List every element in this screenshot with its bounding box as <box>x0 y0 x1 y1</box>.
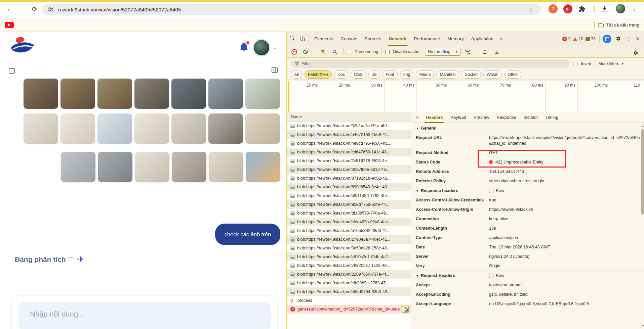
message-input[interactable]: Nhập nội dung... <box>18 302 271 329</box>
clear-network-log-icon[interactable] <box>300 47 311 56</box>
section-header-response-headers[interactable]: ▼Response headersRaw <box>411 186 644 195</box>
request-row[interactable]: blob:https://rework.9stack.vn/7c516276-6… <box>287 156 411 165</box>
network-conditions-icon[interactable] <box>462 47 473 56</box>
photo-thumbnail[interactable] <box>61 152 95 182</box>
photo-thumbnail[interactable] <box>98 152 132 182</box>
request-row[interactable]: blob:https://rework.9stack.vn/02b1ac3c-f… <box>287 122 411 130</box>
details-tab-payload[interactable]: Payload <box>447 112 470 123</box>
reload-icon[interactable]: ⟳ <box>30 5 39 13</box>
scroll-up-icon[interactable]: ▲ <box>641 124 644 128</box>
browser-profile-avatar[interactable] <box>616 4 625 13</box>
tab-sources[interactable]: Sources <box>361 32 385 46</box>
request-row[interactable]: blob:https://rework.9stack.vn/cd647659-1… <box>287 148 411 156</box>
name-column-header[interactable]: Name <box>287 112 411 122</box>
more-filters-button[interactable]: More filters ▼ <box>598 61 624 66</box>
raw-checkbox[interactable] <box>489 274 493 278</box>
chevron-down-icon[interactable]: ⌄ <box>273 44 277 51</box>
tab-memory[interactable]: Memory <box>444 32 468 46</box>
tab-network[interactable]: Network <box>385 32 410 46</box>
request-row[interactable]: blob:https://rework.9stack.vn/e55d0764-3… <box>287 287 411 296</box>
request-row-error[interactable]: ✕generate?conversation_id=52072a8405&cha… <box>287 305 411 314</box>
ai-assistance-icon[interactable] <box>603 35 611 43</box>
browser-menu-icon[interactable]: ⋮ <box>631 4 637 12</box>
photo-thumbnail[interactable] <box>134 79 169 109</box>
invert-checkbox[interactable] <box>573 62 577 66</box>
filter-chip-js[interactable]: JS <box>368 70 380 79</box>
request-row[interactable]: blob:https://rework.9stack.vn/2790e3a7-4… <box>287 235 411 244</box>
photo-thumbnail[interactable] <box>245 113 280 144</box>
filter-toggle-icon[interactable] <box>318 47 328 56</box>
filter-chip-socket[interactable]: Socket <box>461 70 481 79</box>
request-row[interactable]: {}process <box>287 296 411 305</box>
device-toolbar-icon[interactable] <box>297 34 308 44</box>
address-bar[interactable]: rework.9stack.vn/vi/ai/vision/52072a8405… <box>42 4 541 15</box>
request-row[interactable]: blob:https://rework.9stack.vn/c510c2e1-f… <box>287 252 411 261</box>
details-tab-preview[interactable]: Preview <box>470 112 493 123</box>
photo-thumbnail[interactable] <box>208 113 243 144</box>
request-row[interactable]: blob:https://rework.9stack.vn/df188579-7… <box>287 209 411 218</box>
scrollbar-thumb[interactable] <box>641 129 644 215</box>
site-settings-icon[interactable] <box>48 7 53 12</box>
record-network-log-icon[interactable] <box>291 49 297 55</box>
extension-icon-orange[interactable]: T <box>549 4 558 13</box>
request-row[interactable]: blob:https://rework.9stack.vn/690c8540-3… <box>287 183 411 191</box>
details-tab-headers[interactable]: Headers <box>422 112 447 123</box>
photo-thumbnail[interactable] <box>61 79 95 109</box>
panel-collapse-icon[interactable] <box>271 66 278 74</box>
youtube-bookmark-icon[interactable] <box>5 22 14 28</box>
photo-thumbnail[interactable] <box>171 113 206 144</box>
request-row[interactable]: blob:https://rework.9stack.vn/a4672163-1… <box>287 130 411 139</box>
network-settings-gear-icon[interactable] <box>631 48 641 58</box>
downloads-icon[interactable] <box>600 5 608 13</box>
photo-thumbnail[interactable] <box>97 79 132 109</box>
extension-icon-grammar[interactable]: g. <box>563 4 572 13</box>
filter-chip-font[interactable]: Font <box>383 70 398 79</box>
inspect-element-icon[interactable] <box>287 34 297 44</box>
section-header-general[interactable]: ▼General <box>411 124 644 133</box>
user-avatar[interactable] <box>253 39 270 56</box>
bookmark-star-icon[interactable]: ☆ <box>528 6 534 14</box>
details-scrollbar[interactable]: ▲ ▼ <box>641 123 644 329</box>
request-row[interactable]: blob:https://rework.9stack.vn/87192b1b-e… <box>287 174 411 183</box>
scroll-down-icon[interactable]: ▼ <box>641 324 644 328</box>
filter-chip-css[interactable]: CSS <box>351 70 366 79</box>
throttling-dropdown[interactable]: No throttling ▼ <box>425 48 460 56</box>
disable-cache-checkbox[interactable] <box>385 50 390 54</box>
photo-thumbnail[interactable] <box>61 113 95 144</box>
tab-application[interactable]: Application <box>468 32 497 46</box>
warning-badge[interactable]: 10 <box>573 37 583 41</box>
issues-badge[interactable]: 33 <box>586 37 596 41</box>
preserve-log-label[interactable]: Preserve log <box>355 49 378 54</box>
filter-chip-other[interactable]: Other <box>504 70 521 79</box>
back-icon[interactable]: ← <box>5 5 14 13</box>
photo-thumbnail[interactable] <box>245 79 280 109</box>
request-row[interactable]: blob:https://rework.9stack.vn/78820c37-1… <box>287 261 411 270</box>
raw-toggle[interactable]: Raw <box>489 188 640 193</box>
export-har-icon[interactable] <box>492 47 502 56</box>
photo-thumbnail[interactable] <box>97 113 132 144</box>
request-row[interactable]: blob:https://rework.9stack.vn/4e9cd795-e… <box>287 139 411 148</box>
copy-icon[interactable] <box>402 306 409 313</box>
section-header-request-headers[interactable]: ▼Request HeadersRaw <box>411 271 644 280</box>
photo-thumbnail[interactable] <box>24 113 58 144</box>
details-tab-timing[interactable]: Timing <box>542 112 562 123</box>
search-icon[interactable] <box>330 47 340 56</box>
filter-input[interactable]: Filter <box>291 60 570 68</box>
tab-elements[interactable]: Elements <box>311 32 337 46</box>
filter-chip-doc[interactable]: Doc <box>334 70 348 79</box>
photo-thumbnail[interactable] <box>208 79 243 109</box>
request-row[interactable]: blob:https://rework.9stack.vn/cfb3389e-2… <box>287 279 411 287</box>
tab-performance[interactable]: Performance <box>410 32 444 46</box>
photo-thumbnail[interactable] <box>246 152 280 182</box>
tab-console[interactable]: Console <box>337 32 361 46</box>
request-row[interactable]: blob:https://rework.9stack.vn/b8f11489-1… <box>287 191 411 200</box>
filter-chip-wasm[interactable]: Wasm <box>483 70 502 79</box>
filter-chip-all[interactable]: All <box>291 70 302 79</box>
request-row[interactable]: blob:https://rework.9stack.vn/516b5362-4… <box>287 226 411 235</box>
filter-chip-fetchxhr[interactable]: Fetch/XHR <box>305 70 332 79</box>
preserve-log-checkbox[interactable] <box>347 50 351 54</box>
extensions-puzzle-icon[interactable] <box>578 5 586 13</box>
photo-thumbnail[interactable] <box>172 152 206 182</box>
devtools-close-icon[interactable]: ✕ <box>634 34 641 44</box>
app-logo[interactable] <box>9 36 36 56</box>
